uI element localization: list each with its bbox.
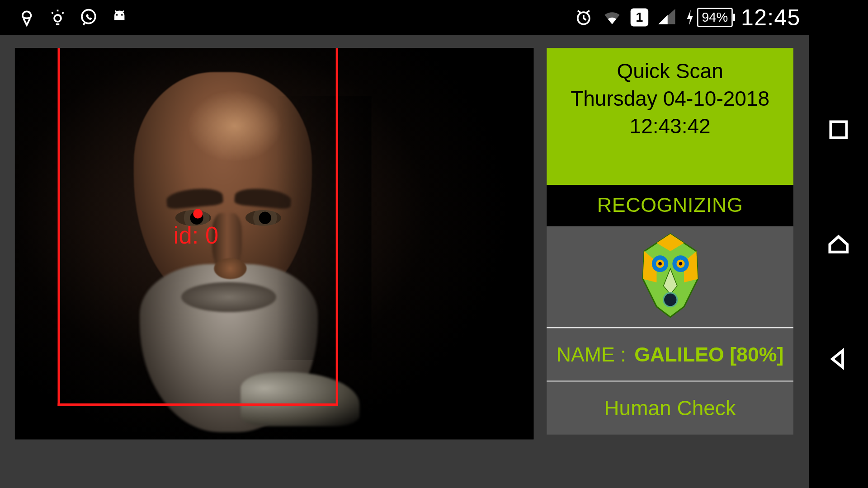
- camera-preview[interactable]: id: 0: [15, 48, 534, 439]
- alarm-icon: [573, 7, 594, 28]
- scan-date: Thursday 04-10-2018: [552, 85, 787, 111]
- wifi-icon: [602, 7, 622, 28]
- svg-point-0: [54, 15, 61, 22]
- svg-point-12: [658, 262, 662, 266]
- mask-icon-row: [547, 226, 793, 328]
- scan-time: 12:43:42: [552, 113, 787, 139]
- svg-point-2: [116, 14, 118, 16]
- name-label: NAME :: [557, 343, 626, 366]
- statusbar-clock: 12:45: [741, 5, 801, 30]
- battery-indicator: 94%: [685, 8, 732, 27]
- svg-point-15: [679, 262, 682, 266]
- battery-percent: 94%: [697, 8, 733, 27]
- scan-header: Quick Scan Thursday 04-10-2018 12:43:42: [547, 48, 793, 185]
- scan-title: Quick Scan: [552, 58, 787, 84]
- recognizing-status: RECOGNIZING: [547, 185, 793, 226]
- android-navbar: [809, 0, 868, 488]
- svg-point-3: [121, 14, 123, 16]
- sim-badge: 1: [630, 9, 648, 27]
- name-value: GALILEO [80%]: [634, 343, 783, 366]
- svg-rect-5: [830, 122, 846, 137]
- human-check-button[interactable]: Human Check: [547, 382, 793, 435]
- lightbulb-icon: [47, 7, 68, 28]
- icecream-icon: [17, 7, 37, 28]
- android-head-icon: [109, 7, 130, 28]
- svg-point-17: [663, 293, 677, 307]
- geometric-face-mask-icon: [636, 230, 704, 323]
- face-id-label: id: 0: [174, 222, 218, 249]
- name-result-row: NAME : GALILEO [80%]: [547, 328, 793, 382]
- nav-home-button[interactable]: [825, 230, 852, 258]
- scan-results-panel: Quick Scan Thursday 04-10-2018 12:43:42 …: [547, 48, 793, 434]
- whatsapp-icon: [79, 7, 99, 28]
- nav-recents-button[interactable]: [825, 116, 852, 143]
- svg-point-1: [82, 10, 95, 23]
- cell-signal-icon: [656, 7, 677, 28]
- android-statusbar: 1 94% 12:45: [0, 0, 809, 35]
- nav-back-button[interactable]: [825, 345, 852, 372]
- face-center-dot: [193, 209, 203, 218]
- app-content: id: 0 Quick Scan Thursday 04-10-2018 12:…: [0, 35, 809, 488]
- charging-bolt-icon: [685, 9, 694, 27]
